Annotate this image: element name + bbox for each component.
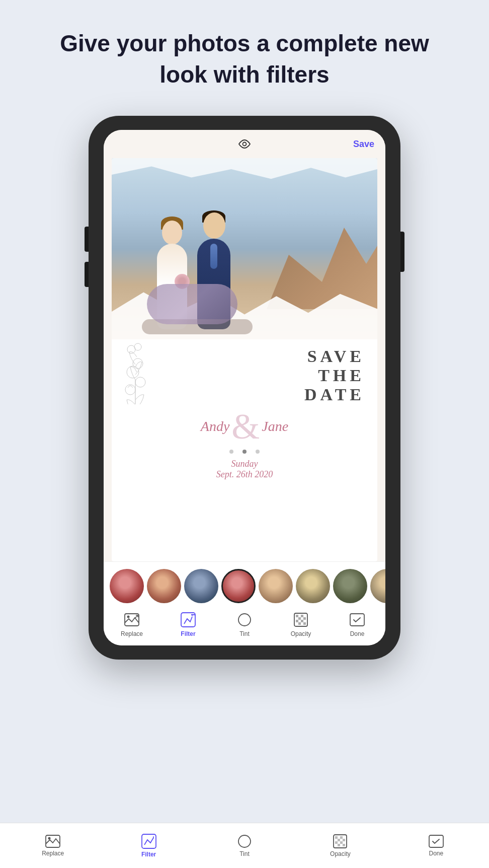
card-content: SAVE THE DATE Andy & Jane Sunday Sept. [112, 158, 377, 561]
svg-rect-15 [298, 617, 301, 620]
bottom-opacity[interactable]: Opacity [292, 834, 388, 857]
bottom-done[interactable]: Done [388, 835, 484, 857]
fur-blanket [147, 284, 237, 324]
toolbar: Replace Filter [104, 607, 385, 645]
svg-rect-16 [303, 617, 306, 620]
filter-thumb-warm[interactable] [147, 569, 181, 603]
dot-1 [229, 450, 233, 454]
svg-point-0 [243, 142, 247, 146]
bottom-replace[interactable]: Replace [5, 835, 101, 857]
svg-point-23 [48, 837, 51, 839]
power-button [400, 232, 404, 272]
svg-rect-29 [338, 839, 340, 841]
floral-decoration [118, 339, 153, 404]
svg-point-1 [125, 385, 135, 395]
filter-thumb-selected[interactable] [221, 569, 256, 603]
svg-rect-13 [296, 615, 298, 617]
filter-thumb-extra[interactable] [370, 569, 385, 603]
page-title: Give your photos a complete new look wit… [40, 28, 449, 90]
volume-button [85, 227, 89, 252]
date-word: DATE [304, 385, 365, 404]
svg-point-8 [127, 616, 130, 618]
volume-button-2 [85, 262, 89, 287]
done-label: Done [350, 630, 365, 637]
date-section: Sunday Sept. 26th 2020 [112, 459, 377, 490]
filter-thumb-sepia[interactable] [259, 569, 293, 603]
tint-tool[interactable]: Tint [216, 611, 273, 637]
bottom-filter[interactable]: Filter [101, 834, 196, 858]
svg-rect-17 [296, 620, 298, 622]
replace-label: Replace [121, 630, 143, 637]
names-section: Andy & Jane [112, 404, 377, 445]
filter-tool[interactable]: Filter [160, 611, 216, 637]
phone-topbar: Save [104, 130, 385, 158]
day-text: Sunday [122, 459, 367, 469]
name2: Jane [262, 418, 288, 435]
filter-label: Filter [181, 630, 195, 637]
svg-rect-34 [343, 844, 345, 846]
svg-rect-30 [343, 839, 345, 841]
replace-tool[interactable]: Replace [104, 611, 160, 637]
tint-label: Tint [239, 630, 250, 637]
wedding-photo [112, 158, 377, 339]
bottom-done-label: Done [429, 850, 443, 857]
bottom-tint[interactable]: Tint [197, 834, 292, 857]
svg-rect-18 [301, 620, 303, 622]
done-icon [349, 611, 366, 628]
opacity-icon [292, 611, 309, 628]
done-tool[interactable]: Done [329, 611, 385, 637]
svg-rect-19 [298, 622, 301, 625]
bottom-filter-label: Filter [141, 851, 156, 858]
filter-thumb-normal[interactable] [110, 569, 144, 603]
svg-point-3 [127, 366, 139, 378]
svg-point-25 [238, 835, 251, 847]
svg-rect-20 [303, 622, 306, 625]
svg-point-11 [238, 614, 251, 626]
bottom-tint-label: Tint [239, 850, 250, 857]
replace-icon [123, 611, 140, 628]
filter-thumb-purple[interactable] [184, 569, 218, 603]
dot-2-active [242, 450, 247, 454]
ampersand: & [231, 408, 260, 445]
opacity-tool[interactable]: Opacity [273, 611, 329, 637]
tint-icon [236, 611, 253, 628]
svg-rect-14 [301, 615, 303, 617]
save-word: SAVE [304, 347, 365, 366]
filter-thumb-green[interactable] [333, 569, 367, 603]
full-date: Sept. 26th 2020 [122, 469, 367, 480]
save-the-date-text: SAVE THE DATE [304, 347, 365, 404]
name1: Andy [201, 418, 230, 435]
opacity-label: Opacity [291, 630, 311, 637]
save-button[interactable]: Save [353, 139, 374, 150]
header-section: Give your photos a complete new look wit… [0, 0, 489, 105]
filter-thumbnails-row [104, 561, 385, 607]
dot-3 [256, 450, 260, 454]
filter-thumb-golden[interactable] [296, 569, 330, 603]
svg-rect-28 [340, 836, 343, 839]
phone-screen: Save [104, 130, 385, 645]
svg-rect-31 [335, 841, 338, 844]
bottom-bar: Replace Filter Tint Opacity [0, 823, 489, 868]
filter-icon [180, 611, 197, 628]
svg-rect-32 [340, 841, 343, 844]
the-word: THE [304, 366, 365, 385]
svg-rect-33 [338, 844, 340, 846]
bottom-replace-label: Replace [42, 850, 64, 857]
bottom-opacity-label: Opacity [330, 850, 351, 857]
svg-point-2 [135, 377, 145, 387]
eye-icon[interactable] [237, 139, 252, 149]
pagination-dots [112, 450, 377, 454]
svg-rect-27 [335, 836, 338, 839]
save-the-date-section: SAVE THE DATE [112, 339, 377, 404]
phone-frame: Save [89, 116, 400, 660]
svg-point-6 [134, 343, 141, 350]
